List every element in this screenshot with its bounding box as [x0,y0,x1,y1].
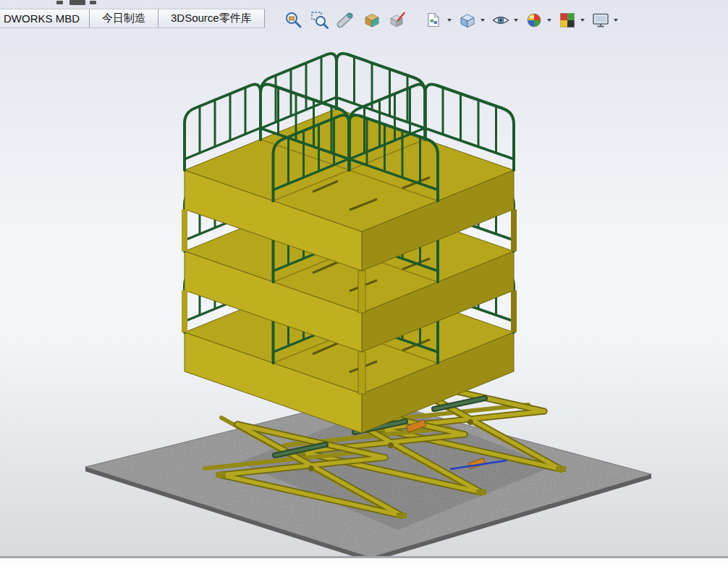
annotation-views-icon[interactable] [388,10,408,30]
previous-view-icon[interactable] [336,10,356,30]
clipped-menu-text [0,0,289,8]
edit-appearance-icon[interactable] [524,10,544,30]
heads-up-view-toolbar [284,9,618,31]
zoom-to-fit-icon[interactable] [284,10,304,30]
tab-solidworks-mbd[interactable]: DWORKS MBD [0,9,90,28]
dropdown-arrow-icon[interactable] [580,19,585,22]
zoom-to-area-icon[interactable] [310,10,330,30]
clipped-text-fragment [69,0,85,5]
tab-label: 3DSource零件库 [171,12,252,25]
dropdown-arrow-icon[interactable] [481,19,485,22]
commandmanager-tabs: DWORKS MBD 今日制造 3DSource零件库 [0,9,265,28]
tab-3dsource-parts[interactable]: 3DSource零件库 [158,9,265,28]
clipped-text-fragment [56,1,63,4]
model-3d-view[interactable] [0,32,728,556]
dropdown-arrow-icon[interactable] [514,19,518,22]
window-bottom-strip [0,558,728,564]
graphics-area[interactable]: DWORKS MBD 今日制造 3DSource零件库 [0,0,728,556]
render-options-icon[interactable] [557,10,577,30]
tab-label: 今日制造 [102,12,145,25]
view-orientation-icon[interactable] [457,10,478,30]
dropdown-arrow-icon[interactable] [447,19,452,22]
dropdown-arrow-icon[interactable] [614,19,618,22]
clipped-text-fragment [90,1,96,4]
hide-show-items-icon[interactable] [491,10,511,30]
view-settings-icon[interactable] [591,10,611,30]
solidworks-window: DWORKS MBD 今日制造 3DSource零件库 [0,0,728,564]
section-view-icon[interactable] [362,10,382,30]
tab-jinri-zhizao[interactable]: 今日制造 [90,9,158,28]
tab-label: DWORKS MBD [4,12,80,25]
apply-scene-icon[interactable] [424,10,444,30]
dropdown-arrow-icon[interactable] [547,19,551,22]
